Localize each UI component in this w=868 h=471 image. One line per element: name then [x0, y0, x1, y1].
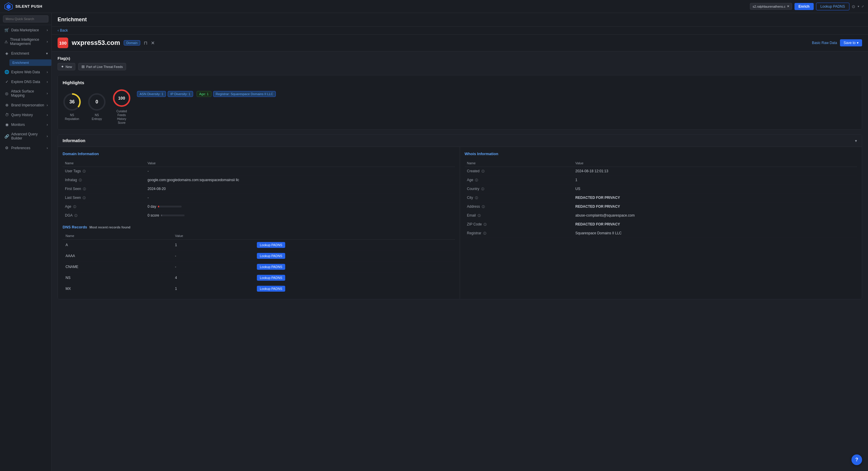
domain-type-tag[interactable]: Domain — [124, 40, 140, 46]
raw-data-button[interactable]: Basic Raw Data — [812, 41, 837, 45]
back-arrow-icon: ‹ — [58, 28, 59, 32]
chevron-right-icon: › — [46, 28, 48, 32]
sidebar-item-label: Attack Surface Mapping — [11, 89, 46, 97]
back-link[interactable]: ‹ Back — [52, 27, 868, 35]
whois-created-name: Created ⓘ — [465, 167, 573, 176]
info-icon[interactable]: ⓘ — [484, 223, 487, 226]
highlights-section: Highlights 36 NSReput — [58, 75, 862, 130]
info-icon[interactable]: ⓘ — [79, 178, 82, 182]
domain-info-col: Domain Information Name Value User Ta — [58, 147, 460, 299]
info-icon[interactable]: ⓘ — [475, 178, 478, 182]
whois-country-value: US — [573, 185, 857, 194]
sidebar-item-threat-intelligence[interactable]: ⚠ Threat Intelligence Management › — [0, 35, 51, 49]
copy-icon[interactable]: ⊓ — [144, 40, 147, 46]
highlights-row: 36 NSReputation 0 — [63, 89, 857, 125]
tag-asn-diversity[interactable]: ASN Diversity: 1 — [137, 91, 166, 97]
whois-address-value: REDACTED FOR PRIVACY — [573, 202, 857, 211]
lookup-padns-ns-button[interactable]: Lookup PADNS — [257, 275, 285, 281]
whois-age-name: Age ⓘ — [465, 176, 573, 185]
whois-city-name: City ⓘ — [465, 194, 573, 202]
chevron-right-icon: › — [46, 39, 48, 44]
attack-surface-icon: ◎ — [4, 91, 9, 96]
sidebar-item-explore-web[interactable]: 🌐 Explore Web Data › — [0, 67, 51, 77]
info-icon[interactable]: ⓘ — [478, 214, 480, 217]
info-icon[interactable]: ⓘ — [475, 196, 478, 200]
dns-a-name: A — [63, 240, 172, 251]
flag-live-threat: ⊞ Part of Live Threat Feeds — [78, 63, 126, 70]
dns-row-a: A 1 Lookup PADNS — [63, 240, 455, 251]
sidebar-item-monitors[interactable]: ◉ Monitors › — [0, 120, 51, 129]
brand-impersonation-icon: ⊕ — [4, 103, 9, 107]
sidebar-item-explore-dns[interactable]: ✓ Explore DNS Data › — [0, 77, 51, 87]
dns-value-header: Value — [172, 232, 254, 240]
sidebar-search-area — [0, 13, 51, 25]
main-layout: 🛒 Data Marketplace › ⚠ Threat Intelligen… — [0, 13, 868, 471]
info-icon[interactable]: ⓘ — [482, 205, 485, 208]
whois-table: Name Value Created ⓘ 2024-08-18 12:01:13 — [465, 159, 857, 238]
save-to-button[interactable]: Save to ▾ — [840, 39, 862, 47]
dns-cname-name: CNAME — [63, 262, 172, 272]
search-input[interactable] — [3, 16, 49, 23]
flag-new-icon: ✦ — [61, 64, 64, 69]
lookup-padns-cname-button[interactable]: Lookup PADNS — [257, 264, 285, 270]
dns-row-aaaa: AAAA - Lookup PADNS — [63, 251, 455, 262]
cell-dga-value: 0 score — [145, 211, 455, 220]
info-icon[interactable]: ⓘ — [482, 170, 485, 173]
table-row: User Tags ⓘ - — [63, 167, 455, 176]
info-icon[interactable]: ⓘ — [483, 232, 486, 235]
dns-mx-action: Lookup PADNS — [254, 283, 455, 294]
cell-last-seen-value: - — [145, 194, 455, 202]
sidebar-item-enrichment[interactable]: ◈ Enrichment ▾ — [0, 49, 51, 58]
highlights-title: Highlights — [63, 80, 857, 85]
information-section: Information ▾ Domain Information Name Va… — [58, 135, 862, 299]
lookup-padns-aaaa-button[interactable]: Lookup PADNS — [257, 253, 285, 259]
sidebar-item-data-marketplace[interactable]: 🛒 Data Marketplace › — [0, 25, 51, 35]
chevron-right-icon: › — [46, 146, 48, 150]
lookup-padns-a-button[interactable]: Lookup PADNS — [257, 242, 285, 248]
user-close-icon: ✕ — [787, 4, 789, 8]
flag-live-label: Part of Live Threat Feeds — [86, 65, 123, 68]
tag-registrar[interactable]: Registrar: Squarespace Domains II LLC — [213, 91, 276, 97]
dns-title-text: DNS Records — [63, 225, 87, 229]
sidebar-item-label: Data Marketplace — [11, 28, 39, 32]
table-row: City ⓘ REDACTED FOR PRIVACY — [465, 194, 857, 202]
info-icon[interactable]: ⓘ — [73, 205, 76, 208]
sidebar-item-attack-surface[interactable]: ◎ Attack Surface Mapping › — [0, 87, 51, 100]
chevron-right-icon: › — [46, 123, 48, 127]
sidebar-item-query-history[interactable]: ⏱ Query History › — [0, 110, 51, 120]
info-icon[interactable]: ⓘ — [74, 214, 78, 217]
flag-live-icon: ⊞ — [82, 64, 85, 69]
dns-aaaa-name: AAAA — [63, 251, 172, 262]
dga-text: 0 score — [148, 213, 159, 217]
tag-ip-diversity[interactable]: IP Diversity: 1 — [168, 91, 193, 97]
close-icon[interactable]: ✕ — [151, 40, 155, 46]
info-icon[interactable]: ⓘ — [83, 187, 86, 190]
expand-icon-top[interactable]: ⤢ — [862, 5, 864, 8]
help-icon-top[interactable]: ⊙ — [852, 4, 855, 9]
info-icon[interactable]: ⓘ — [481, 187, 484, 190]
sidebar-item-brand-impersonation[interactable]: ⊕ Brand Impersonation › — [0, 100, 51, 110]
sidebar-sub-item-enrichment[interactable]: Enrichment — [9, 59, 51, 66]
whois-info-col: Whois Information Name Value Created — [460, 147, 862, 299]
dns-aaaa-action: Lookup PADNS — [254, 251, 455, 262]
sidebar-item-label: Threat Intelligence Management — [10, 37, 46, 46]
chevron-right-icon: › — [46, 113, 48, 117]
help-fab-button[interactable]: ? — [851, 454, 862, 465]
sidebar-item-advanced-query[interactable]: 🔗 Advanced Query Builder › — [0, 129, 51, 143]
dns-records-section: DNS Records Most recent records found Na… — [63, 225, 455, 294]
info-icon[interactable]: ⓘ — [83, 196, 86, 200]
collapse-icon[interactable]: ▾ — [855, 139, 857, 143]
save-to-chevron-icon: ▾ — [857, 41, 859, 45]
user-chip[interactable]: s2.ralphlaurenathens.c ✕ — [750, 3, 792, 10]
domain-header: 100 wxpress53.com Domain ⊓ ✕ Basic Raw D… — [52, 35, 868, 51]
content-area: Enrichment ‹ Back 100 wxpress53.com Doma… — [52, 13, 868, 471]
chevron-right-icon: › — [46, 91, 48, 95]
info-icon[interactable]: ⓘ — [83, 170, 86, 173]
chevron-down-icon-top[interactable]: ▾ — [858, 5, 859, 8]
lookup-padns-button-top[interactable]: Lookup PADNS — [816, 3, 849, 10]
dns-ns-name: NS — [63, 272, 172, 283]
enrich-button[interactable]: Enrich — [795, 3, 814, 10]
circle-wrap-ns-reputation: 36 — [63, 92, 82, 111]
sidebar-item-preferences[interactable]: ⚙ Preferences › — [0, 143, 51, 153]
lookup-padns-mx-button[interactable]: Lookup PADNS — [257, 286, 285, 292]
